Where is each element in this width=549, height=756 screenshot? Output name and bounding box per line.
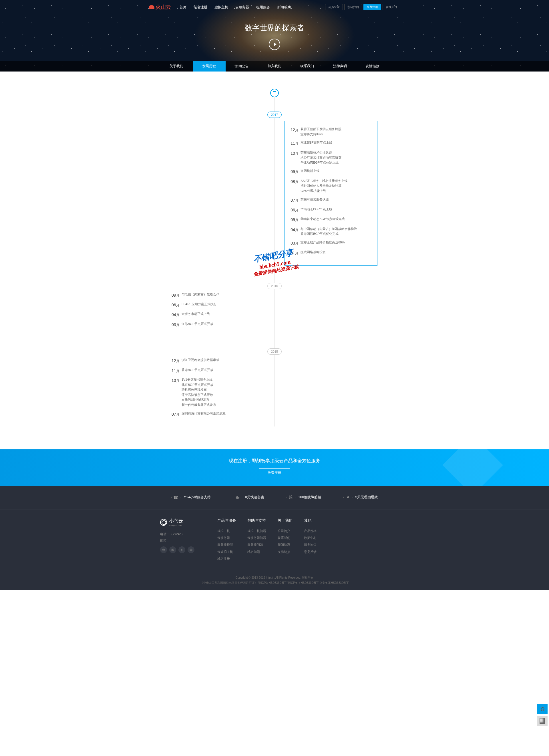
footer-link[interactable]: 联系我们: [277, 534, 292, 541]
footer-link[interactable]: 产品价格: [304, 527, 316, 534]
timeline-event: 08月SSL证书服务、域名注册服务上线携外网创始人及学员参访计算CPS代理功能上…: [290, 178, 371, 194]
qq-icon[interactable]: ♠: [179, 546, 185, 553]
timeline-event: 04月与中国移动（内蒙古）签署战略合作协议香港国际BGP节点优化完成: [290, 227, 371, 237]
feature-item: 赔100倍故障赔偿: [286, 493, 321, 502]
feature-icon: ¥: [343, 493, 352, 502]
year-badge: 2015: [268, 348, 281, 355]
footer: 小鸟云 niaoyun.com 电话：（7x24h） 邮箱： ⊛ ✉ ♠ ✉ 产…: [0, 509, 549, 571]
footer-link[interactable]: 服务协议: [304, 541, 316, 548]
header: 火山云 首页 域名注册 虚拟主机 云服务器 租用服务 新闻帮助 会员登录 密码找…: [0, 0, 549, 72]
pay-button[interactable]: 在线支付: [382, 4, 400, 10]
subnav-news[interactable]: 新闻公告: [226, 61, 258, 72]
footer-left: 小鸟云 niaoyun.com 电话：（7x24h） 邮箱： ⊛ ✉ ♠ ✉: [160, 518, 217, 562]
footer-column-title: 产品与服务: [217, 518, 236, 523]
feature-item: ☎7*24小时服务支持: [171, 493, 211, 502]
footer-link[interactable]: 意见反馈: [304, 548, 316, 555]
footer-link[interactable]: 云服务器: [217, 534, 236, 541]
nav-item-news[interactable]: 新闻帮助: [277, 5, 291, 10]
footer-link[interactable]: 域名注册: [217, 555, 236, 562]
subnav-legal[interactable]: 法律声明: [323, 61, 356, 72]
footer-link[interactable]: 虚拟主机: [217, 527, 236, 534]
footer-column-title: 关于我们: [277, 518, 292, 523]
cta-banner: 现在注册，即刻畅享顶级云产品和全方位服务 免费注册: [0, 449, 549, 486]
timeline-event: 03月江苏BGP节点正式开放: [172, 322, 265, 328]
top-nav: 火山云 首页 域名注册 虚拟主机 云服务器 租用服务 新闻帮助 会员登录 密码找…: [137, 0, 412, 14]
subnav-links[interactable]: 友情链接: [356, 61, 389, 72]
subnav-contact[interactable]: 联系我们: [291, 61, 323, 72]
footer-contact: 电话：（7x24h） 邮箱：: [160, 531, 217, 543]
subnav-join[interactable]: 加入我们: [258, 61, 291, 72]
footer-link[interactable]: 域名问题: [247, 548, 266, 555]
nav-item-home[interactable]: 首页: [180, 5, 187, 10]
footer-column: 产品与服务虚拟主机云服务器服务器托管云虚拟主机域名注册: [217, 518, 236, 562]
footer-logo-icon: [160, 519, 167, 526]
timeline-event: 12月浙江卫视晚会提供数据承载: [172, 358, 265, 364]
feature-item: ¥5天无理由退款: [343, 493, 378, 502]
footer-column-title: 其他: [304, 518, 316, 523]
play-button[interactable]: [269, 39, 280, 50]
features-bar: ☎7*24小时服务支持备0元快速备案赔100倍故障赔偿¥5天无理由退款: [0, 486, 549, 509]
timeline-event: 10月荣获高新技术企业认证承办广东云计算羽毛球友谊赛华北动态BGP节点公测上线: [290, 150, 371, 165]
timeline-event: 10月1V1专席秘书服务上线北京BGP节点正式开放跨机房热迁移发布辽宁高防节点正…: [172, 377, 265, 408]
footer-link[interactable]: 服务器问题: [247, 541, 266, 548]
footer-link[interactable]: 数据中心: [304, 534, 316, 541]
timeline-line: [274, 89, 275, 426]
footer-column-title: 帮助与支持: [247, 518, 266, 523]
subnav-history[interactable]: 发展历程: [193, 61, 225, 72]
footer-logo[interactable]: 小鸟云 niaoyun.com: [160, 518, 217, 527]
timeline-event: 06月华南动态BGP节点上线: [290, 207, 371, 213]
login-button[interactable]: 会员登录: [325, 4, 343, 10]
feature-icon: ☎: [171, 493, 181, 502]
social-icons: ⊛ ✉ ♠ ✉: [160, 546, 217, 553]
footer-column: 帮助与支持虚拟主机问题云服务器问题服务器问题域名问题: [247, 518, 266, 562]
timeline-event: 09月与电信（内蒙古）战略合作: [172, 292, 265, 298]
wechat-icon[interactable]: ✉: [169, 546, 176, 553]
clock-icon: [270, 89, 279, 97]
footer-link[interactable]: 虚拟主机问题: [247, 527, 266, 534]
footer-column: 关于我们公司简介联系我们新闻动态友情链接: [277, 518, 292, 562]
year-badge: 2016: [268, 283, 281, 289]
nav-item-rent[interactable]: 租用服务: [256, 5, 270, 10]
timeline-event: 12月获得工信部下发的云服务牌照宣布将支持IPv6: [290, 127, 371, 137]
footer-link[interactable]: 友情链接: [277, 548, 292, 555]
feature-item: 备0元快速备案: [233, 493, 264, 502]
footer-link[interactable]: 新闻动态: [277, 541, 292, 548]
hero: 数字世界的探索者: [0, 14, 549, 50]
footer-link[interactable]: 公司简介: [277, 527, 292, 534]
timeline-box: 12月获得工信部下发的云服务牌照宣布将支持IPv611月东北BGP高防节点上线1…: [284, 121, 377, 266]
feature-icon: 备: [233, 493, 242, 502]
timeline-event: 04月云服务市场正式上线: [172, 311, 265, 318]
nav-buttons: 会员登录 密码找回 免费注册 在线支付: [325, 4, 400, 10]
nav-item-vhost[interactable]: 虚拟主机: [215, 5, 228, 10]
weibo-icon[interactable]: ⊛: [160, 546, 167, 553]
timeline-event: 01月抓武网络战略投资: [290, 250, 371, 256]
feature-icon: 赔: [286, 493, 295, 502]
subnav-about[interactable]: 关于我们: [160, 61, 193, 72]
nav-item-cloud[interactable]: 云服务器: [235, 5, 249, 10]
footer-link[interactable]: 云虚拟主机: [217, 548, 236, 555]
footer-link[interactable]: 服务器托管: [217, 541, 236, 548]
timeline: 不错吧分享 bbs.bcb5.com 免费提供精品资源下载 201712月获得工…: [160, 89, 389, 426]
timeline-event: 11月香港BGP节点正式开放: [172, 368, 265, 374]
timeline-event: 06月FLARE应用方案正式执行: [172, 302, 265, 308]
hero-title: 数字世界的探索者: [0, 23, 549, 33]
nav-menu: 首页 域名注册 虚拟主机 云服务器 租用服务 新闻帮助: [180, 5, 291, 10]
timeline-event: 05月华南首个动态BGP节点建设完成: [290, 217, 371, 223]
forgot-button[interactable]: 密码找回: [344, 4, 362, 10]
mail-icon[interactable]: ✉: [188, 546, 195, 553]
timeline-event: 07月荣获可信云服务认证: [290, 197, 371, 203]
timeline-event: 09月官网焕新上线: [290, 168, 371, 175]
timeline-event: 07月深圳前海计算有限公司正式成立: [172, 411, 265, 417]
cta-title: 现在注册，即刻畅享顶级云产品和全方位服务: [0, 458, 549, 464]
logo[interactable]: 火山云: [149, 4, 171, 11]
register-button[interactable]: 免费注册: [363, 4, 381, 10]
year-badge: 2017: [268, 112, 281, 118]
nav-item-domain[interactable]: 域名注册: [194, 5, 207, 10]
copyright: Copyright © 2013-2019 http:// . All Righ…: [0, 571, 549, 590]
subnav: 关于我们 发展历程 新闻公告 加入我们 联系我们 法律声明 友情链接: [0, 61, 549, 72]
footer-link[interactable]: 云服务器问题: [247, 534, 266, 541]
timeline-event: 11月东北BGP高防节点上线: [290, 140, 371, 146]
cta-register-button[interactable]: 免费注册: [259, 468, 290, 477]
footer-column: 其他产品价格数据中心服务协议意见反馈: [304, 518, 316, 562]
logo-icon: [149, 5, 155, 9]
